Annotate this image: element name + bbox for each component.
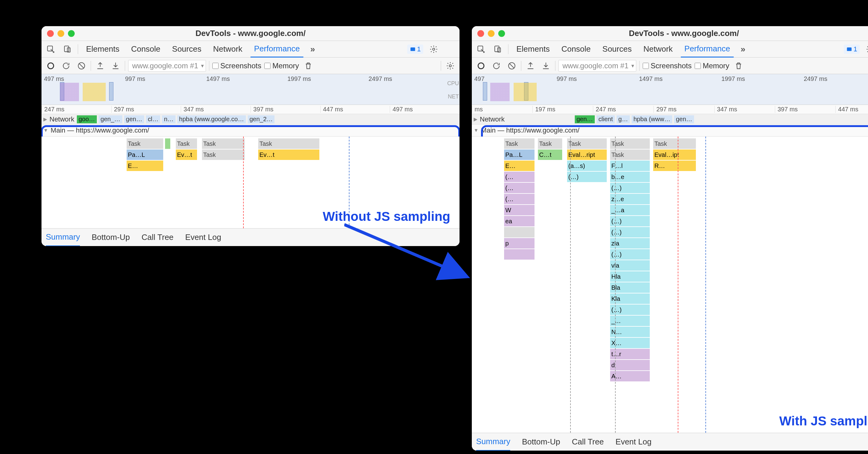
flame-chart[interactable]: TaskPa…LE…(…(…(…WeapTaskC…tTaskEval…ript… bbox=[472, 137, 868, 433]
flame-block[interactable]: (…) bbox=[610, 183, 650, 193]
flame-block[interactable]: Pa…L bbox=[127, 149, 163, 160]
flame-block[interactable] bbox=[504, 249, 535, 260]
inspect-icon[interactable] bbox=[475, 43, 487, 55]
network-bar[interactable]: hpba (www.google.co… bbox=[177, 115, 246, 123]
flame-block[interactable]: p bbox=[504, 238, 535, 249]
tab-summary[interactable]: Summary bbox=[476, 433, 510, 451]
tab-console[interactable]: Console bbox=[558, 41, 594, 58]
flame-block[interactable]: (a…s) bbox=[567, 161, 607, 171]
zoom-handle-left[interactable] bbox=[483, 82, 487, 101]
memory-checkbox[interactable]: Memory bbox=[264, 61, 299, 70]
tab-overflow[interactable]: » bbox=[308, 44, 317, 54]
download-icon[interactable] bbox=[540, 60, 552, 72]
tab-performance[interactable]: Performance bbox=[250, 41, 304, 58]
tab-network[interactable]: Network bbox=[209, 41, 246, 58]
flame-block[interactable]: t…r bbox=[610, 349, 650, 359]
network-bar[interactable]: client bbox=[597, 115, 615, 123]
tab-bottomup[interactable]: Bottom-Up bbox=[522, 433, 560, 451]
flame-block[interactable]: Task bbox=[610, 138, 650, 149]
flame-block[interactable] bbox=[504, 227, 535, 237]
flame-block[interactable]: (…) bbox=[610, 305, 650, 315]
flame-block[interactable]: C…t bbox=[538, 149, 562, 160]
flame-block[interactable]: Task bbox=[567, 138, 607, 149]
url-select[interactable]: www.google.com #1 bbox=[558, 60, 636, 72]
flame-block[interactable]: Kla bbox=[610, 293, 650, 304]
tab-bottomup[interactable]: Bottom-Up bbox=[92, 229, 130, 246]
main-thread-row[interactable]: ▼Main — https://www.google.com/ bbox=[41, 124, 460, 137]
flame-block[interactable] bbox=[165, 138, 170, 149]
main-thread-row[interactable]: ▼Main — https://www.google.com/ bbox=[472, 124, 868, 137]
flame-block[interactable]: vla bbox=[610, 260, 650, 271]
overview-timeline[interactable]: 497997 ms1497 ms1997 ms2497 ms CPUNET bbox=[472, 74, 868, 105]
network-bar[interactable]: goo… bbox=[77, 115, 97, 123]
memory-checkbox[interactable]: Memory bbox=[695, 61, 730, 70]
tab-sources[interactable]: Sources bbox=[168, 41, 205, 58]
overview-timeline[interactable]: 497 ms997 ms1497 ms1997 ms2497 ms CPUNET bbox=[41, 74, 460, 105]
issues-badge[interactable]: 1 bbox=[844, 45, 860, 54]
flame-block[interactable]: Eval…ript bbox=[567, 149, 607, 160]
upload-icon[interactable] bbox=[524, 60, 537, 72]
issues-badge[interactable]: 1 bbox=[407, 45, 423, 54]
flame-block[interactable]: F…l bbox=[610, 161, 650, 171]
flame-block[interactable]: A… bbox=[610, 371, 650, 381]
tab-network[interactable]: Network bbox=[640, 41, 676, 58]
flame-block[interactable]: Hla bbox=[610, 271, 650, 282]
flame-block[interactable]: Bla bbox=[610, 282, 650, 293]
tab-performance[interactable]: Performance bbox=[681, 41, 734, 58]
record-button[interactable] bbox=[44, 60, 57, 72]
flame-block[interactable]: d bbox=[610, 360, 650, 370]
flame-block[interactable]: Task bbox=[504, 138, 535, 149]
network-row[interactable]: ▶Network goo…gen_…gen…cl…n…hpba (www.goo… bbox=[41, 114, 460, 124]
device-icon[interactable] bbox=[61, 43, 73, 55]
flame-block[interactable]: Task bbox=[202, 149, 245, 160]
download-icon[interactable] bbox=[110, 60, 122, 72]
url-select[interactable]: www.google.com #1 bbox=[128, 60, 206, 72]
network-bar[interactable]: gen… bbox=[575, 115, 595, 123]
network-bar[interactable]: gen_2… bbox=[248, 115, 275, 123]
network-bar[interactable]: cl… bbox=[146, 115, 160, 123]
tab-elements[interactable]: Elements bbox=[82, 41, 123, 58]
network-row[interactable]: ▶Network gen…clientg…hpba (www…gen… bbox=[472, 114, 868, 124]
flame-block[interactable]: _…a bbox=[610, 205, 650, 215]
flame-block[interactable]: (…) bbox=[610, 227, 650, 237]
flame-block[interactable]: Task bbox=[538, 138, 562, 149]
network-bar[interactable]: gen… bbox=[674, 115, 694, 123]
network-bar[interactable]: hpba (www… bbox=[632, 115, 672, 123]
flame-block[interactable]: b…e bbox=[610, 172, 650, 182]
tab-summary[interactable]: Summary bbox=[46, 229, 80, 246]
flame-block[interactable]: Task bbox=[176, 138, 197, 149]
reload-icon[interactable] bbox=[490, 60, 502, 72]
tab-elements[interactable]: Elements bbox=[513, 41, 553, 58]
kebab-icon[interactable] bbox=[444, 43, 457, 55]
clear-icon[interactable] bbox=[506, 60, 518, 72]
gc-icon[interactable] bbox=[733, 60, 745, 72]
tab-eventlog[interactable]: Event Log bbox=[185, 229, 221, 246]
record-button[interactable] bbox=[475, 60, 487, 72]
tab-calltree[interactable]: Call Tree bbox=[572, 433, 604, 451]
flame-block[interactable]: (…) bbox=[610, 216, 650, 226]
gear-icon[interactable] bbox=[864, 43, 868, 55]
tab-eventlog[interactable]: Event Log bbox=[616, 433, 652, 451]
network-bar[interactable]: g… bbox=[617, 115, 630, 123]
tab-sources[interactable]: Sources bbox=[599, 41, 635, 58]
gc-icon[interactable] bbox=[302, 60, 314, 72]
flame-block[interactable]: W bbox=[504, 205, 535, 215]
gear-icon[interactable] bbox=[428, 43, 440, 55]
flame-block[interactable]: Pa…L bbox=[504, 149, 535, 160]
settings-icon[interactable] bbox=[444, 60, 457, 72]
flame-block[interactable]: Eval…ipt bbox=[653, 149, 696, 160]
upload-icon[interactable] bbox=[94, 60, 106, 72]
flame-block[interactable]: Ev…t bbox=[258, 149, 320, 160]
flame-block[interactable]: (…) bbox=[610, 249, 650, 260]
network-bar[interactable]: n… bbox=[162, 115, 175, 123]
screenshots-checkbox[interactable]: Screenshots bbox=[643, 61, 691, 70]
flame-block[interactable]: Task bbox=[610, 149, 650, 160]
screenshots-checkbox[interactable]: Screenshots bbox=[212, 61, 261, 70]
flame-block[interactable]: E… bbox=[127, 161, 163, 171]
flame-block[interactable]: _… bbox=[610, 316, 650, 326]
flame-block[interactable]: X… bbox=[610, 338, 650, 348]
flame-block[interactable]: E… bbox=[504, 161, 535, 171]
tab-calltree[interactable]: Call Tree bbox=[142, 229, 174, 246]
device-icon[interactable] bbox=[492, 43, 504, 55]
flame-block[interactable]: (… bbox=[504, 172, 535, 182]
